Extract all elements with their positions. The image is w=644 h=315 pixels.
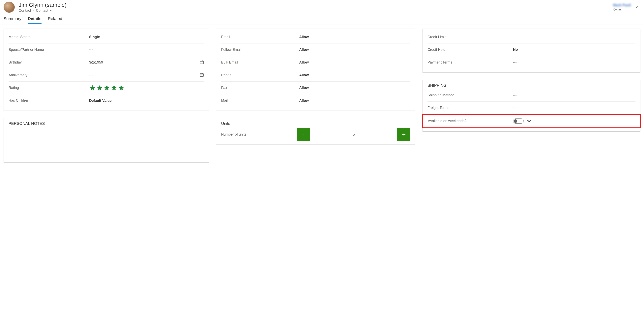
has-children-value: Default Value: [89, 99, 204, 103]
row-credit-limit[interactable]: Credit Limit ---: [428, 31, 636, 43]
credit-hold-label: Credit Hold: [428, 47, 511, 52]
birthday-label: Birthday: [8, 60, 87, 65]
phone-label: Phone: [221, 73, 297, 77]
personal-info-card: Marital Status Single Spouse/Partner Nam…: [4, 28, 209, 111]
weekends-highlight: Available on weekends? No: [422, 114, 640, 128]
payment-terms-label: Payment Terms: [428, 60, 511, 65]
row-birthday[interactable]: Birthday 3/2/1959: [8, 56, 204, 69]
record-header: Jim Glynn (sample) Contact · Contact Mar…: [0, 0, 644, 13]
tabs: Summary Details Related: [0, 13, 644, 24]
row-follow-email[interactable]: Follow Email Allow: [221, 43, 410, 56]
personal-notes-card: PERSONAL NOTES ---: [4, 118, 209, 163]
weekends-toggle[interactable]: [513, 118, 524, 124]
follow-email-label: Follow Email: [221, 47, 297, 52]
row-mail[interactable]: Mail Allow: [221, 94, 410, 107]
email-value: Allow: [299, 35, 410, 39]
units-increment-button[interactable]: +: [397, 128, 410, 141]
star-icon: [118, 84, 124, 91]
units-decrement-button[interactable]: -: [297, 128, 310, 141]
birthday-calendar-button[interactable]: [200, 60, 204, 65]
row-anniversary[interactable]: Anniversary ---: [8, 69, 204, 82]
column-1: Marital Status Single Spouse/Partner Nam…: [4, 28, 209, 163]
bulk-email-value: Allow: [299, 60, 410, 64]
has-children-label: Has Children: [8, 98, 87, 103]
credit-limit-value: ---: [513, 35, 636, 39]
tab-details[interactable]: Details: [28, 16, 42, 24]
units-value[interactable]: 5: [310, 132, 397, 137]
mail-label: Mail: [221, 98, 297, 103]
spouse-label: Spouse/Partner Name: [8, 47, 87, 52]
svg-rect-4: [200, 74, 204, 77]
units-title: Units: [221, 120, 410, 127]
owner-label: Owner: [613, 8, 622, 11]
units-row: Number of units - 5 +: [221, 127, 410, 141]
owner-block[interactable]: Mark Paull Owner: [613, 3, 631, 11]
column-3: Credit Limit --- Credit Hold No Payment …: [422, 28, 640, 132]
chevron-down-icon: [50, 9, 53, 12]
payment-terms-value: ---: [513, 60, 636, 65]
row-bulk-email[interactable]: Bulk Email Allow: [221, 56, 410, 69]
mail-value: Allow: [299, 99, 410, 103]
separator-dot: ·: [33, 8, 34, 13]
row-payment-terms[interactable]: Payment Terms ---: [428, 56, 636, 69]
row-has-children[interactable]: Has Children Default Value: [8, 94, 204, 107]
content: Marital Status Single Spouse/Partner Nam…: [0, 24, 644, 171]
weekends-toggle-wrap: No: [513, 118, 635, 124]
owner-name: Mark Paull: [613, 3, 631, 7]
header-expand-icon[interactable]: [634, 5, 638, 9]
row-freight-terms[interactable]: Freight Terms ---: [428, 102, 636, 114]
bulk-email-label: Bulk Email: [221, 60, 297, 65]
shipping-method-label: Shipping Method: [428, 93, 511, 97]
fax-value: Allow: [299, 86, 410, 90]
billing-card: Credit Limit --- Credit Hold No Payment …: [422, 28, 640, 73]
birthday-value: 3/2/1959: [89, 60, 198, 64]
phone-value: Allow: [299, 73, 410, 77]
anniversary-calendar-button[interactable]: [200, 73, 204, 78]
contact-preferences-card: Email Allow Follow Email Allow Bulk Emai…: [216, 28, 415, 111]
star-icon: [104, 84, 110, 91]
record-subtitle: Contact · Contact: [19, 8, 66, 13]
anniversary-value: ---: [89, 73, 198, 77]
freight-terms-label: Freight Terms: [428, 106, 511, 110]
contact-avatar[interactable]: [4, 1, 15, 13]
svg-rect-0: [200, 61, 204, 64]
tab-related[interactable]: Related: [48, 16, 62, 24]
header-left: Jim Glynn (sample) Contact · Contact: [4, 1, 66, 13]
row-fax[interactable]: Fax Allow: [221, 82, 410, 94]
row-shipping-method[interactable]: Shipping Method ---: [428, 89, 636, 102]
shipping-card: SHIPPING Shipping Method --- Freight Ter…: [422, 80, 640, 132]
email-label: Email: [221, 35, 297, 39]
personal-notes-body[interactable]: ---: [8, 127, 204, 159]
calendar-icon: [200, 60, 204, 64]
row-marital-status[interactable]: Marital Status Single: [8, 31, 204, 43]
credit-limit-label: Credit Limit: [428, 35, 511, 39]
spouse-value: ---: [89, 48, 204, 52]
toggle-knob: [514, 119, 517, 123]
row-rating[interactable]: Rating: [8, 82, 204, 94]
units-card: Units Number of units - 5 +: [216, 118, 415, 145]
row-email[interactable]: Email Allow: [221, 31, 410, 43]
row-available-weekends[interactable]: Available on weekends? No: [428, 115, 635, 127]
personal-notes-title: PERSONAL NOTES: [8, 120, 204, 127]
units-stepper: - 5 +: [297, 128, 410, 141]
column-2: Email Allow Follow Email Allow Bulk Emai…: [216, 28, 415, 145]
star-icon: [96, 84, 103, 91]
tab-summary[interactable]: Summary: [4, 16, 22, 24]
row-spouse[interactable]: Spouse/Partner Name ---: [8, 43, 204, 56]
anniversary-label: Anniversary: [8, 73, 87, 77]
shipping-title: SHIPPING: [428, 82, 636, 89]
marital-status-label: Marital Status: [8, 35, 87, 39]
marital-status-value: Single: [89, 35, 204, 39]
star-icon: [89, 84, 96, 91]
entity-switcher-label: Contact: [36, 8, 48, 13]
rating-stars[interactable]: [89, 84, 204, 91]
entity-name: Contact: [19, 8, 31, 13]
star-icon: [111, 84, 118, 91]
entity-switcher[interactable]: Contact: [36, 8, 53, 13]
row-credit-hold[interactable]: Credit Hold No: [428, 43, 636, 56]
row-phone[interactable]: Phone Allow: [221, 69, 410, 82]
follow-email-value: Allow: [299, 48, 410, 52]
units-label: Number of units: [221, 132, 297, 137]
rating-label: Rating: [8, 85, 87, 90]
fax-label: Fax: [221, 85, 297, 90]
